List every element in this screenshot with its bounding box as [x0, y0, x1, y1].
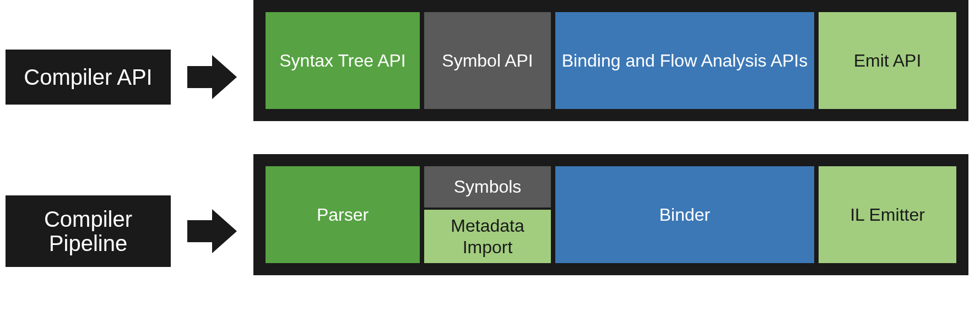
label-compiler-pipeline: Compiler Pipeline: [6, 195, 171, 267]
pipeline-stage-container: Parser Symbols Metadata Import Binder IL…: [253, 154, 968, 275]
row-compiler-pipeline: Compiler Pipeline Parser Symbols Metadat…: [0, 154, 968, 275]
arrow-icon: [187, 209, 237, 253]
stage-metadata-import: Metadata Import: [424, 210, 551, 263]
stage-parser: Parser: [266, 166, 420, 263]
stage-il-emitter: IL Emitter: [819, 166, 956, 263]
api-stage-container: Syntax Tree API Symbol API Binding and F…: [253, 0, 968, 121]
stage-symbol-api: Symbol API: [424, 12, 551, 109]
stage-syntax-tree-api: Syntax Tree API: [266, 12, 420, 109]
label-compiler-api: Compiler API: [6, 50, 171, 105]
svg-marker-0: [187, 55, 237, 99]
row-compiler-api: Compiler API Syntax Tree API Symbol API …: [0, 0, 968, 121]
stage-symbols: Symbols: [424, 166, 551, 208]
stage-binder: Binder: [555, 166, 814, 263]
svg-marker-1: [187, 209, 237, 253]
stage-binding-flow-api: Binding and Flow Analysis APIs: [555, 12, 814, 109]
stage-emit-api: Emit API: [819, 12, 956, 109]
arrow-icon: [187, 55, 237, 99]
stage-symbols-metadata-stack: Symbols Metadata Import: [424, 166, 551, 263]
